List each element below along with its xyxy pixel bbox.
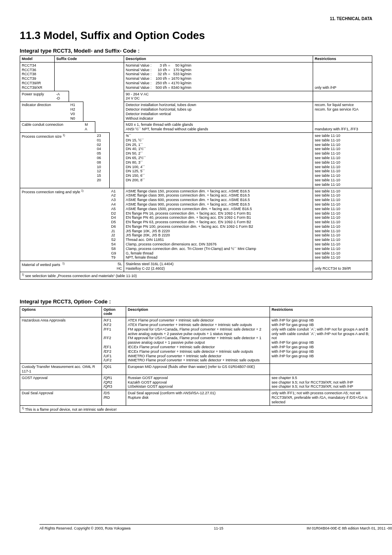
cable-restr: mandatory with /FF1, /FF3 [313, 122, 372, 133]
model-list: RCCT34 RCCT36 RCCT38 RCCT39 RCCT39/IR RC… [20, 62, 55, 91]
section-label: 11. TECHNICAL DATA [20, 16, 372, 21]
procrating-label: Process connection rating and style 1) [20, 188, 110, 261]
suffix-code-table: Model Suffix Code Description Restrictio… [20, 56, 372, 280]
cable-desc: M20 x 1, female thread with cable glands… [124, 122, 313, 133]
page-footer: All Rights Reserved. Copyright © 2003, R… [39, 524, 392, 530]
option-code-table: Options Option code Description Restrict… [20, 306, 372, 413]
indicator-desc: Detector installation horizontal, tubes … [124, 102, 313, 122]
t1-footnote: 1) see selection table „Process connecti… [20, 272, 372, 279]
dual-label: Dual Seal Approval [20, 390, 102, 405]
footer-left: All Rights Reserved. Copyright © 2003, R… [39, 526, 131, 530]
procsize-restr: see table 11-10 see table 11-10 see tabl… [313, 132, 372, 188]
gost-codes: /QR1 /QR2 /QR3 [102, 375, 126, 390]
material-desc: Stainless steel 316L (1.4404) Hastelloy … [124, 261, 313, 272]
indicator-restr: recom. for liquid service recom. for gas… [313, 102, 372, 122]
procsize-desc: ⅜´´ DN 15, ½´´ DN 25, 1´´ DN 40, 1½´´ DN… [124, 132, 313, 188]
th-model: Model [20, 56, 55, 62]
procsize-codes: 23 01 02 04 05 06 08 10 12 15 20 [95, 132, 110, 188]
dual-desc: Dual Seal approval (conform with ANSI/IS… [126, 390, 270, 405]
power-label: Power supply [20, 91, 55, 102]
th-restr: Restrictions [313, 56, 372, 62]
procrating-codes: A1 A2 A3 A4 A5 D2 D4 D5 D6 J1 J2 S2 S4 S… [110, 188, 124, 261]
procrating-desc: ASME flange class 150, process connectio… [124, 188, 313, 261]
haz-codes: /KF1 /KF2 /FF1 /FF2 /EF1 /EF2 /UF1 /UF2 [102, 317, 126, 364]
haz-restr: with /HP for gas group IIB with /HP for … [270, 317, 372, 364]
cable-label: Cable conduit connection [20, 122, 83, 133]
gost-restr: see chapter 9.5 see chapter 9.5; not for… [270, 375, 372, 390]
procsize-label: Process connection size 1) [20, 132, 95, 188]
th-desc: Description [124, 56, 313, 62]
haz-label: Hazardous Area Approvals [20, 317, 102, 364]
th2-code: Option code [102, 306, 126, 317]
th-suffix: Suffix Code [55, 56, 124, 62]
t2-footnote: 1) This is a flame proof device, not an … [20, 405, 372, 413]
power-codes: -A -D [55, 91, 69, 102]
power-desc: 90 - 264 V AC 24 V DC [124, 91, 313, 102]
indicator-codes: H1 H2 V0 N0 [69, 102, 83, 122]
custody-label: Custody Transfer Measurement acc. OIML R… [20, 364, 102, 375]
cable-codes: M A [83, 122, 95, 133]
indicator-label: Indicator direction [20, 102, 69, 122]
haz-desc: ATEX Flame proof converter + Intrinsic s… [126, 317, 270, 364]
material-label: Material of wetted parts 1) [20, 261, 110, 272]
page-title: 11.3 Model, Suffix and Option Codes [20, 29, 372, 42]
gost-desc: Russian GOST approval Kazakh GOST approv… [126, 375, 270, 390]
model-desc: Nominal Value : 3 t/h = 50 kg/min Nomina… [124, 62, 313, 91]
dual-restr: only with /FF1; not with process connect… [270, 390, 372, 405]
table2-title: Integral type RCCT3, Option- Code : [20, 298, 372, 305]
model-restr: only with /HP [313, 62, 372, 91]
material-restr: only RCCT34 to 39/IR [313, 261, 372, 272]
th2-desc: Description [126, 306, 270, 317]
material-codes: SL HC [110, 261, 124, 272]
custody-desc: European MID Approval (fluids other than… [126, 364, 270, 375]
table1-title: Integral type RCCT3, Modell- and Suffix-… [20, 48, 372, 54]
procrating-restr: see table 11-10 see table 11-10 see tabl… [313, 188, 372, 261]
footer-center: 11-15 [214, 526, 224, 530]
th2-opt: Options [20, 306, 102, 317]
custody-codes: /Q01 [102, 364, 126, 375]
dual-codes: /DS /RD [102, 390, 126, 405]
th2-restr: Restrictions [270, 306, 372, 317]
footer-right: IM 01R04B04-00E-E 8th edition March 01, … [307, 526, 392, 530]
gost-label: GOST Approval [20, 375, 102, 390]
